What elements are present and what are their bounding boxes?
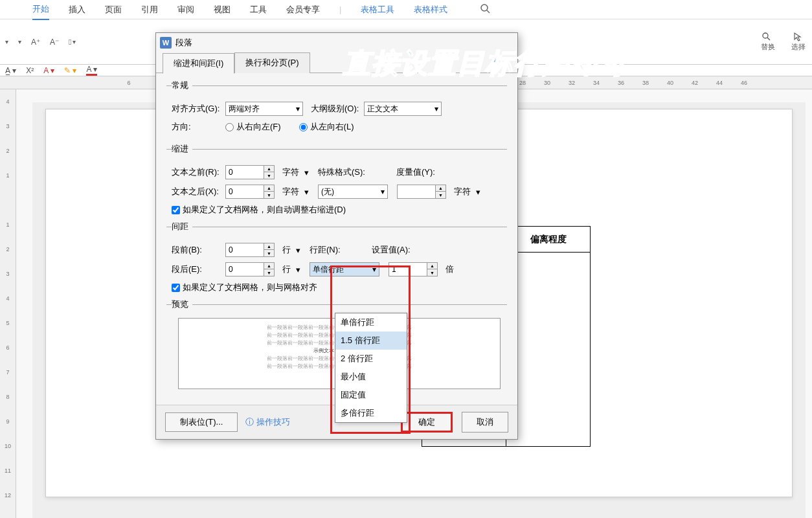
direction-label: 方向:	[172, 121, 220, 133]
line-spacing-dropdown: 单倍行距 1.5 倍行距 2 倍行距 最小值 固定值 多倍行距	[335, 313, 407, 423]
after-para-label: 段后(E):	[172, 264, 220, 275]
before-para-spinner[interactable]: ▲▼	[225, 243, 277, 257]
line-spacing-select[interactable]: 单倍行距▾	[310, 262, 379, 276]
metric-spinner[interactable]: ▲▼	[397, 185, 449, 199]
svg-point-0	[481, 5, 488, 11]
before-para-label: 段前(B):	[172, 244, 220, 256]
dialog-tab-pagebreak[interactable]: 换行和分页(P)	[234, 52, 310, 73]
svg-line-3	[767, 38, 770, 40]
before-text-label: 文本之前(R):	[172, 166, 220, 178]
tab-review[interactable]: 审阅	[177, 0, 194, 19]
tab-reference[interactable]: 引用	[141, 0, 158, 19]
tab-tools[interactable]: 工具	[250, 0, 267, 19]
font-bigger[interactable]: A⁺	[31, 38, 40, 47]
overlay-caption: 直接设置目标行距即可	[343, 45, 628, 82]
search-icon[interactable]	[480, 3, 490, 16]
special-select[interactable]: (无)▾	[318, 185, 388, 199]
dialog-title: 段落	[175, 37, 192, 49]
main-tabs: 开始 插入 页面 引用 审阅 视图 工具 会员专享 | 表格工具 表格样式	[0, 0, 812, 19]
option-minimum[interactable]: 最小值	[335, 368, 407, 386]
outline-label: 大纲级别(O):	[311, 103, 359, 115]
separator: |	[339, 5, 341, 14]
vertical-ruler: 4 3 2 1 1 2 3 4 5 6 7 8 9 10 11 12 13	[0, 89, 16, 518]
cancel-button[interactable]: 取消	[462, 412, 508, 433]
snap-grid-checkbox[interactable]: 如果定义了文档网格，则与网格对齐	[172, 282, 507, 293]
ok-button[interactable]: 确定	[401, 412, 453, 433]
app-icon: W	[160, 37, 172, 49]
set-value-spinner[interactable]: ▲▼	[389, 262, 440, 276]
tab-start[interactable]: 开始	[32, 0, 49, 20]
tab-member[interactable]: 会员专享	[286, 0, 320, 19]
alignment-select[interactable]: 两端对齐▾	[225, 102, 303, 116]
general-fieldset: 常规 对齐方式(G): 两端对齐▾ 大纲级别(O): 正文文本▾ 方向: 从右向…	[166, 80, 507, 138]
spacing-fieldset: 间距 段前(B): ▲▼ 行▾ 行距(N): 设置值(A): 段后(E): ▲▼…	[166, 221, 507, 293]
tips-link[interactable]: ⓘ操作技巧	[245, 416, 290, 428]
special-label: 特殊格式(S):	[318, 166, 365, 178]
clear-format[interactable]: A̲ ▾	[5, 66, 16, 75]
option-double[interactable]: 2 倍行距	[335, 350, 407, 368]
tab-table-tools[interactable]: 表格工具	[361, 0, 394, 19]
line-spacing-label: 行距(N):	[310, 244, 341, 256]
tips-icon: ⓘ	[245, 416, 254, 428]
option-multiple[interactable]: 多倍行距	[335, 404, 407, 422]
option-exact[interactable]: 固定值	[335, 386, 407, 404]
tab-insert[interactable]: 插入	[69, 0, 85, 19]
tabstop-button[interactable]: 制表位(T)...	[165, 412, 238, 432]
after-text-label: 文本之后(X):	[172, 186, 220, 197]
tab-view[interactable]: 视图	[214, 0, 231, 19]
change-case[interactable]: 򂠀 ▾	[69, 38, 76, 47]
find-replace-button[interactable]: 替换	[761, 32, 775, 52]
font-smaller[interactable]: A⁻	[50, 38, 59, 47]
direction-rtl-radio[interactable]: 从右向左(F)	[225, 121, 281, 133]
direction-ltr-radio[interactable]: 从左向右(L)	[299, 121, 354, 133]
set-value-label: 设置值(A):	[372, 244, 411, 256]
after-para-spinner[interactable]: ▲▼	[225, 262, 277, 276]
option-single[interactable]: 单倍行距	[335, 313, 407, 332]
tab-table-style[interactable]: 表格样式	[414, 0, 447, 19]
font-effect[interactable]: A ▾	[43, 66, 54, 75]
outline-select[interactable]: 正文文本▾	[364, 102, 442, 116]
select-button[interactable]: 选择	[791, 32, 806, 52]
table-cell[interactable]	[506, 253, 591, 447]
alignment-label: 对齐方式(G):	[172, 103, 220, 115]
table-header[interactable]: 偏离程度	[506, 227, 591, 253]
font-size-dropdown[interactable]: ▾	[18, 38, 21, 45]
font-color[interactable]: A ▾	[86, 65, 97, 76]
svg-line-1	[487, 10, 490, 13]
indent-fieldset: 缩进 文本之前(R): ▲▼ 字符▾ 特殊格式(S): 度量值(Y): 文本之后…	[166, 143, 507, 216]
option-1-5[interactable]: 1.5 倍行距	[335, 332, 407, 350]
tab-page[interactable]: 页面	[105, 0, 122, 19]
metric-label: 度量值(Y):	[396, 166, 435, 178]
auto-adjust-checkbox[interactable]: 如果定义了文档网格，则自动调整右缩进(D)	[172, 204, 507, 216]
dialog-tab-indent[interactable]: 缩进和间距(I)	[163, 53, 234, 74]
font-dropdown[interactable]: ▾	[5, 38, 8, 45]
after-text-spinner[interactable]: ▲▼	[225, 185, 277, 199]
svg-point-2	[763, 33, 768, 38]
superscript[interactable]: X²	[26, 66, 34, 75]
before-text-spinner[interactable]: ▲▼	[225, 165, 277, 179]
highlight[interactable]: ✎ ▾	[64, 66, 76, 75]
